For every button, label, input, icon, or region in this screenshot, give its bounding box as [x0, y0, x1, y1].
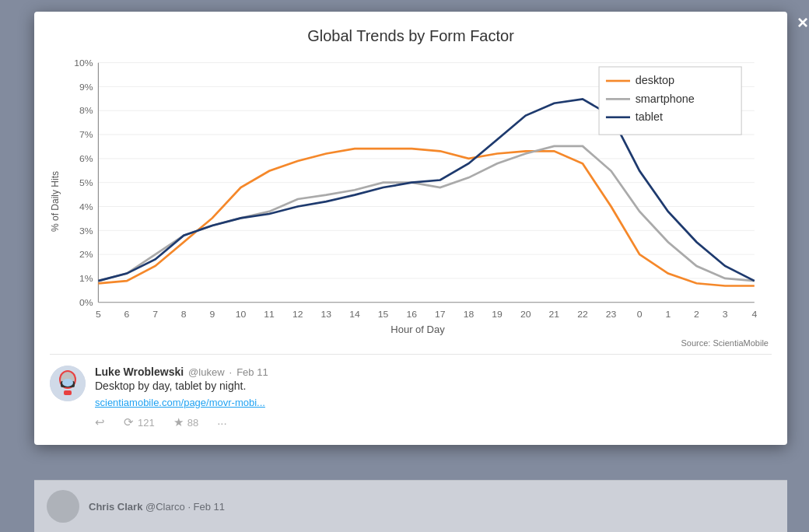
svg-text:20: 20 [520, 309, 531, 319]
svg-text:smartphone: smartphone [636, 93, 695, 105]
modal: × Global Trends by Form Factor % of Dail… [34, 12, 787, 445]
svg-text:14: 14 [349, 309, 360, 319]
svg-text:22: 22 [577, 309, 588, 319]
svg-text:18: 18 [464, 309, 475, 319]
reply-icon: ↩ [95, 415, 105, 429]
like-button[interactable]: ★ 88 [173, 415, 198, 429]
tweet-text: Desktop by day, tablet by night. [95, 380, 772, 392]
chart-inner: 10% 9% 8% 7% 6% 5% 4% 3% 2% 1% 0% 5 6 7 [64, 54, 772, 348]
svg-text:4: 4 [751, 309, 757, 319]
svg-text:desktop: desktop [636, 75, 675, 87]
chart-container: Global Trends by Form Factor % of Daily … [50, 27, 772, 348]
background-tweet: Chris Clark @Clarco · Feb 11 [34, 480, 787, 532]
svg-text:10: 10 [236, 309, 247, 319]
svg-text:5%: 5% [79, 177, 93, 188]
chart-svg: 10% 9% 8% 7% 6% 5% 4% 3% 2% 1% 0% 5 6 7 [64, 54, 772, 319]
tweet-handle: @lukew [188, 366, 224, 378]
svg-text:1: 1 [665, 309, 671, 319]
svg-text:tablet: tablet [636, 110, 663, 123]
tweet-section: Luke Wroblewski @lukew · Feb 11 Desktop … [50, 354, 772, 429]
svg-text:1%: 1% [79, 273, 93, 284]
svg-point-58 [62, 379, 73, 387]
tweet-link[interactable]: scientiamobile.com/page/movr-mobi... [95, 397, 265, 408]
svg-text:2: 2 [694, 309, 699, 319]
retweet-icon: ⟳ [124, 415, 134, 429]
like-count: 88 [187, 417, 198, 429]
retweet-button[interactable]: ⟳ 121 [124, 415, 155, 429]
retweet-count: 121 [138, 417, 155, 429]
svg-text:6: 6 [124, 309, 130, 319]
svg-text:2%: 2% [79, 250, 93, 261]
svg-text:7%: 7% [79, 130, 93, 141]
star-icon: ★ [173, 415, 184, 429]
svg-text:19: 19 [492, 309, 503, 319]
svg-text:12: 12 [292, 309, 303, 319]
svg-rect-59 [64, 390, 72, 395]
more-button[interactable]: ··· [217, 416, 227, 429]
tweet-author-name: Luke Wroblewski [95, 366, 184, 378]
svg-text:17: 17 [435, 309, 446, 319]
svg-text:9: 9 [209, 309, 215, 319]
svg-text:6%: 6% [79, 153, 93, 164]
svg-text:4%: 4% [79, 201, 93, 212]
svg-text:7: 7 [152, 309, 158, 319]
svg-text:23: 23 [606, 309, 617, 319]
bg-avatar [47, 490, 79, 523]
tweet-separator: · [229, 366, 233, 378]
tweet-actions: ↩ ⟳ 121 ★ 88 ··· [95, 415, 772, 429]
svg-text:11: 11 [264, 309, 275, 319]
bg-tweet-text: Chris Clark @Clarco · Feb 11 [89, 501, 225, 513]
svg-text:10%: 10% [74, 58, 93, 68]
chart-title: Global Trends by Form Factor [50, 27, 772, 45]
svg-text:9%: 9% [79, 82, 93, 93]
tweet-body: Luke Wroblewski @lukew · Feb 11 Desktop … [95, 366, 772, 429]
reply-button[interactable]: ↩ [95, 415, 105, 429]
y-axis-label: % of Daily Hits [50, 54, 61, 348]
avatar [50, 366, 86, 401]
svg-text:3%: 3% [79, 226, 93, 236]
svg-text:21: 21 [549, 309, 560, 319]
svg-text:5: 5 [96, 309, 101, 319]
svg-text:0: 0 [637, 309, 643, 319]
svg-text:8: 8 [181, 309, 187, 319]
svg-text:0%: 0% [79, 297, 93, 308]
svg-text:16: 16 [406, 309, 417, 319]
source-text: Source: ScientiaMobile [64, 338, 769, 348]
svg-text:15: 15 [378, 309, 389, 319]
svg-text:8%: 8% [79, 106, 93, 117]
tweet-header: Luke Wroblewski @lukew · Feb 11 [95, 366, 772, 378]
more-icon: ··· [217, 416, 227, 429]
svg-text:13: 13 [321, 309, 332, 319]
tweet-date: Feb 11 [236, 366, 268, 378]
x-axis-label: Hour of Day [64, 324, 772, 335]
close-button[interactable]: × [790, 10, 809, 35]
chart-area: % of Daily Hits [50, 54, 772, 348]
svg-text:3: 3 [723, 309, 728, 319]
